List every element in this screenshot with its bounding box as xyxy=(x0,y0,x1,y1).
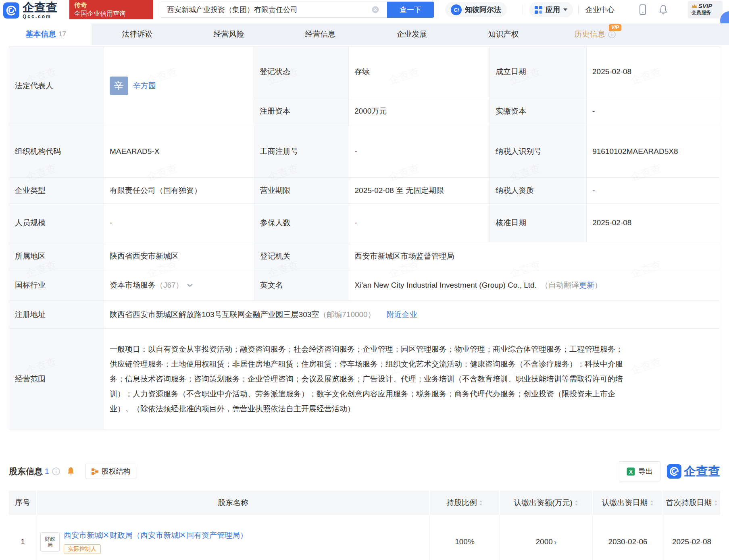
reg-status-value: 存续 xyxy=(349,47,490,97)
biz-scope-label: 经营范围 xyxy=(9,329,104,429)
shareholders-section: 股东信息 1 股权结构 X 导出 企 xyxy=(9,459,720,560)
auto-translate-note-close: ） xyxy=(594,280,602,290)
sort-icon[interactable] xyxy=(575,500,578,506)
clear-search-icon[interactable] xyxy=(372,6,379,13)
nearby-companies-link[interactable]: 附近企业 xyxy=(387,309,417,320)
address-value: 陕西省西安市新城区解放路103号互联网金融产业园三层303室 xyxy=(110,309,319,320)
tab-operation-info[interactable]: 经营信息 xyxy=(275,23,366,45)
svip-sublabel: 会员服务 xyxy=(692,9,723,16)
region-label: 所属地区 xyxy=(9,242,104,270)
vip-badge: VIP xyxy=(609,24,621,31)
company-type-value: 有限责任公司（国有独资） xyxy=(104,178,254,204)
biz-scope-value: 一般项目：以自有资金从事投资活动；融资咨询服务；社会经济咨询服务；企业管理；园区… xyxy=(110,342,714,416)
legal-rep-cell: 辛 辛方园 xyxy=(104,47,254,125)
actual-controller-tag[interactable]: 实际控制人 xyxy=(64,544,101,554)
search-bar: 查一下 xyxy=(161,2,434,18)
search-input[interactable] xyxy=(161,2,387,18)
sort-icon[interactable] xyxy=(650,500,654,506)
tab-label: 历史信息 xyxy=(575,29,605,39)
tab-intellectual-property[interactable]: 知识产权 xyxy=(458,23,549,45)
industry-cell: 资本市场服务 （J67） xyxy=(104,270,254,301)
promo-badge[interactable]: 传奇 全国企业信用查询 xyxy=(69,0,153,19)
biz-term-value: 2025-02-08 至 无固定期限 xyxy=(349,178,490,204)
sort-icon[interactable] xyxy=(479,500,483,506)
address-cell: 陕西省西安市新城区解放路103号互联网金融产业园三层303室 （邮编710000… xyxy=(104,301,720,329)
tab-history-info[interactable]: 历史信息 VIP xyxy=(549,23,641,45)
brand-name: 企查查 xyxy=(23,2,58,13)
search-button[interactable]: 查一下 xyxy=(387,2,434,18)
column-amount[interactable]: 认缴出资额(万元) xyxy=(500,491,593,515)
legal-rep-name-link[interactable]: 辛方园 xyxy=(133,81,156,91)
svip-badge[interactable]: SVIP 会员服务 xyxy=(688,1,723,19)
shareholder-avatar-text: 财政 xyxy=(45,536,55,542)
qcc-logo-icon xyxy=(3,2,19,19)
tab-bar: 基本信息 17 法律诉讼 经营风险 经营信息 企业发展 知识产权 历史信息 VI… xyxy=(0,23,729,45)
reg-status-label: 登记状态 xyxy=(254,47,349,97)
column-ratio[interactable]: 持股比例 xyxy=(430,491,500,515)
shareholders-count: 1 xyxy=(45,467,49,476)
staff-size-value: - xyxy=(104,204,254,242)
tab-operation-risk[interactable]: 经营风险 xyxy=(183,23,275,45)
translate-update-link[interactable]: 更新 xyxy=(579,280,594,290)
english-name-cell: Xi'an New City Industrial Investment (Gr… xyxy=(349,270,720,301)
approval-date-value: 2025-02-08 xyxy=(587,204,720,242)
shareholder-name-link[interactable]: 西安市新城区财政局（西安市新城区国有资产管理局） xyxy=(64,530,248,541)
apps-label: 应用 xyxy=(546,5,560,15)
tab-label: 经营风险 xyxy=(214,29,244,39)
sort-icon[interactable] xyxy=(714,500,718,506)
history-info-icon[interactable] xyxy=(608,31,616,38)
zhibi-alpha-link[interactable]: Ci 知彼阿尔法 xyxy=(445,2,507,17)
column-first-hold-date-label: 首次持股日期 xyxy=(666,498,712,508)
shareholder-index: 1 xyxy=(9,515,37,560)
reg-capital-label: 注册资本 xyxy=(254,97,349,125)
paid-capital-label: 实缴资本 xyxy=(490,97,587,125)
shareholder-row: 1 财政 局 西安市新城区财政局（西安市新城区国有资产管理局） 实际控制人 10… xyxy=(9,515,720,560)
tab-company-development[interactable]: 企业发展 xyxy=(366,23,458,45)
shareholders-table-header: 序号 股东名称 持股比例 认缴出资额(万元) 认缴出资日期 首次持股日期 xyxy=(9,491,720,515)
legal-rep-label: 法定代表人 xyxy=(9,47,104,125)
export-button[interactable]: X 导出 xyxy=(619,461,660,481)
enterprise-center-link[interactable]: 企业中心 xyxy=(585,5,614,15)
shareholders-table: 序号 股东名称 持股比例 认缴出资额(万元) 认缴出资日期 首次持股日期 xyxy=(9,491,720,560)
legal-rep-avatar[interactable]: 辛 xyxy=(110,77,128,95)
apps-menu[interactable]: 应用 xyxy=(529,2,573,17)
shareholders-subscribe-bell-icon[interactable] xyxy=(67,467,75,476)
insured-count-label: 参保人数 xyxy=(254,204,349,242)
notification-bell-icon[interactable] xyxy=(659,4,668,15)
column-subscribe-date[interactable]: 认缴出资日期 xyxy=(593,491,663,515)
biz-reg-no-label: 工商注册号 xyxy=(254,125,349,178)
qcc-watermark-icon xyxy=(667,464,681,479)
zhibi-alpha-label: 知彼阿尔法 xyxy=(465,5,501,15)
industry-expand-icon[interactable] xyxy=(187,283,193,287)
equity-structure-button[interactable]: 股权结构 xyxy=(85,464,136,479)
english-name-value: Xi'an New City Industrial Investment (Gr… xyxy=(355,281,537,290)
shareholder-avatar[interactable]: 财政 局 xyxy=(40,532,60,552)
tab-count: 17 xyxy=(58,30,66,38)
amount-detail-chevron-icon[interactable]: › xyxy=(554,537,557,547)
paid-capital-value: - xyxy=(587,97,720,125)
shareholder-name-cell: 财政 局 西安市新城区财政局（西安市新城区国有资产管理局） 实际控制人 xyxy=(37,515,430,560)
biz-reg-no-value: - xyxy=(349,125,490,178)
svg-text:X: X xyxy=(629,469,633,475)
column-first-hold-date[interactable]: 首次持股日期 xyxy=(663,491,720,515)
column-amount-label: 认缴出资额(万元) xyxy=(514,498,573,508)
biz-term-label: 营业期限 xyxy=(254,178,349,204)
english-name-label: 英文名 xyxy=(254,270,349,301)
tab-label: 经营信息 xyxy=(305,29,336,39)
shareholders-info-icon[interactable] xyxy=(52,467,60,475)
tab-label: 知识产权 xyxy=(488,29,519,39)
reg-capital-value: 2000万元 xyxy=(349,97,490,125)
shareholder-avatar-text: 局 xyxy=(48,542,53,548)
insured-count-value: - xyxy=(349,204,490,242)
tab-legal-litigation[interactable]: 法律诉讼 xyxy=(92,23,183,45)
taxpayer-id-label: 纳税人识别号 xyxy=(490,125,587,178)
region-value: 陕西省西安市新城区 xyxy=(104,242,254,270)
mobile-app-icon[interactable] xyxy=(639,4,646,15)
address-label: 注册地址 xyxy=(9,301,104,329)
shareholder-ratio: 100% xyxy=(430,515,500,560)
shareholder-first-hold-date: 2025-02-08 xyxy=(663,515,720,560)
industry-value: 资本市场服务 xyxy=(110,280,156,290)
page: 企查查 Qcc.com 传奇 全国企业信用查询 查一下 Ci 知彼阿尔法 应用 xyxy=(0,0,729,560)
qcc-logo[interactable]: 企查查 Qcc.com xyxy=(3,2,58,19)
tab-basic-info[interactable]: 基本信息 17 xyxy=(0,23,92,45)
